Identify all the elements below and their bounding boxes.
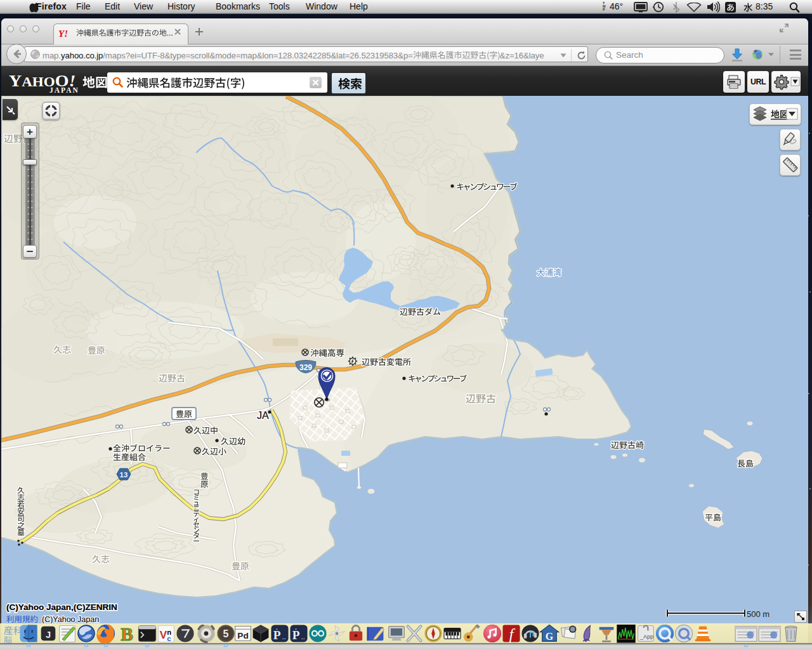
svg-text:V: V — [160, 629, 167, 641]
svg-text:(C)Yahoo Japan: (C)Yahoo Japan — [42, 615, 99, 624]
svg-text:JA: JA — [257, 410, 269, 421]
svg-text:_App: _App — [639, 633, 653, 640]
svg-text:B: B — [121, 625, 133, 643]
svg-text:..: .. — [301, 633, 304, 640]
svg-text:P: P — [273, 628, 281, 642]
svg-text:329: 329 — [299, 363, 312, 372]
svg-text:G: G — [546, 631, 553, 642]
svg-text:Pd: Pd — [237, 631, 248, 640]
svg-text:5: 5 — [223, 628, 229, 639]
svg-text:(C)Yahoo Japan,(C)ZENRIN: (C)Yahoo Japan,(C)ZENRIN — [6, 602, 117, 612]
svg-text:13: 13 — [120, 471, 128, 479]
svg-text:J: J — [46, 630, 51, 640]
svg-text:..: .. — [282, 633, 285, 640]
svg-text:P: P — [292, 628, 300, 642]
svg-text:c: c — [167, 635, 171, 642]
svg-text:500 m: 500 m — [747, 609, 769, 619]
